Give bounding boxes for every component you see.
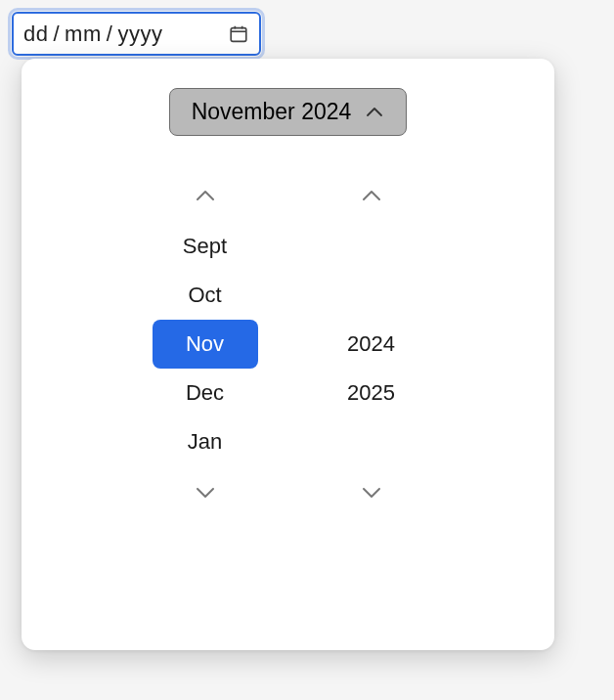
chevron-up-icon bbox=[365, 106, 384, 119]
date-picker-popup: November 2024 Sept Oct Nov Dec Jan bbox=[22, 59, 554, 650]
year-values: 2024 2025 bbox=[319, 222, 424, 466]
svg-rect-0 bbox=[231, 27, 246, 41]
month-option-selected[interactable]: Nov bbox=[153, 320, 258, 369]
year-spinner: 2024 2025 bbox=[308, 181, 435, 507]
separator: / bbox=[107, 22, 113, 47]
month-option[interactable]: Oct bbox=[153, 271, 258, 320]
date-input[interactable]: dd / mm / yyyy bbox=[12, 12, 261, 56]
header-label: November 2024 bbox=[192, 99, 352, 125]
month-option[interactable]: Sept bbox=[153, 222, 258, 271]
month-up-button[interactable] bbox=[186, 181, 225, 210]
month-option[interactable]: Dec bbox=[153, 369, 258, 417]
year-field[interactable]: yyyy bbox=[117, 22, 162, 47]
month-down-button[interactable] bbox=[186, 478, 225, 507]
year-option[interactable]: 2024 bbox=[319, 320, 424, 369]
month-field[interactable]: mm bbox=[65, 22, 102, 47]
month-values: Sept Oct Nov Dec Jan bbox=[153, 222, 258, 466]
separator: / bbox=[53, 22, 60, 47]
date-input-text[interactable]: dd / mm / yyyy bbox=[23, 22, 162, 47]
year-down-button[interactable] bbox=[352, 478, 391, 507]
month-option[interactable]: Jan bbox=[153, 417, 258, 466]
spinner-area: Sept Oct Nov Dec Jan 2024 bbox=[142, 181, 435, 507]
calendar-icon[interactable] bbox=[228, 23, 249, 45]
day-field[interactable]: dd bbox=[23, 22, 48, 47]
year-up-button[interactable] bbox=[352, 181, 391, 210]
month-year-header-button[interactable]: November 2024 bbox=[169, 88, 408, 136]
month-spinner: Sept Oct Nov Dec Jan bbox=[142, 181, 269, 507]
year-option[interactable]: 2025 bbox=[319, 369, 424, 417]
